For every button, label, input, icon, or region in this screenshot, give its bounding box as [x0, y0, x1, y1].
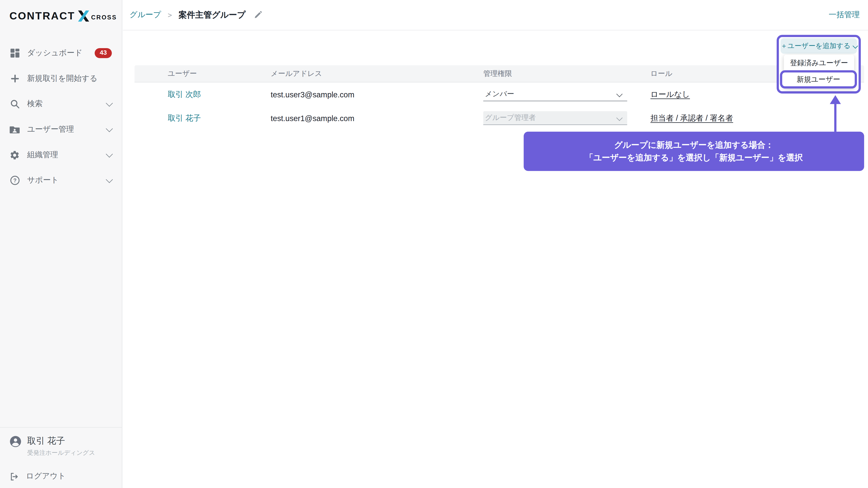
permission-select[interactable]: メンバー [483, 88, 627, 101]
sidebar-item-user-management[interactable]: ユーザー管理 [0, 117, 122, 142]
search-icon [9, 99, 20, 109]
user-name-link[interactable]: 取引 次郎 [134, 90, 271, 99]
menu-item-registered-user[interactable]: 登録済みユーザー [784, 55, 854, 71]
logo-text-cross: CROSS [91, 14, 117, 20]
plus-icon [9, 73, 20, 84]
app-logo[interactable]: CONTRACT CROSS [0, 0, 122, 31]
add-user-button-label: ＋ユーザーを追加する [780, 41, 850, 51]
column-header-email: メールアドレス [271, 69, 483, 78]
edit-group-name-button[interactable] [253, 11, 262, 20]
breadcrumb-groups-link[interactable]: グループ [129, 10, 161, 20]
user-folder-icon [9, 124, 20, 135]
sidebar-item-label: 新規取引を開始する [27, 74, 97, 84]
sidebar-item-new-transaction[interactable]: 新規取引を開始する [0, 66, 122, 91]
sidebar-item-support[interactable]: ? サポート [0, 168, 122, 193]
sidebar-item-label: ユーザー管理 [27, 125, 74, 134]
logo-text-contract: CONTRACT [9, 10, 75, 22]
annotation-tooltip: グループに新規ユーザーを追加する場合： 「ユーザーを追加する」を選択し「新規ユー… [524, 132, 864, 171]
app-root: CONTRACT CROSS ダッシュボード [0, 0, 868, 488]
avatar [9, 435, 22, 448]
roles-link[interactable]: 担当者 / 承認者 / 署名者 [651, 113, 864, 123]
current-user-org: 受発注ホールディングス [27, 449, 95, 457]
breadcrumb: グループ > 案件主管グループ [129, 10, 262, 20]
sidebar-item-dashboard[interactable]: ダッシュボード 43 [0, 40, 122, 66]
sidebar-item-label: サポート [27, 175, 59, 185]
gear-icon [9, 150, 20, 160]
table-row: 取引 次郎 test.user3@sample.com メンバー ロールなし [134, 83, 864, 106]
chevron-down-icon [616, 91, 623, 97]
current-user-name: 取引 花子 [27, 435, 95, 447]
logout-icon [9, 472, 19, 481]
page-title: 案件主管グループ [179, 10, 246, 20]
sidebar-item-label: ダッシュボード [27, 48, 83, 58]
svg-text:?: ? [13, 177, 16, 184]
annotation-arrow-shaft [834, 103, 837, 132]
column-header-permission: 管理権限 [483, 69, 651, 78]
chevron-down-icon [106, 176, 113, 183]
menu-item-new-user[interactable]: 新規ユーザー [797, 72, 840, 86]
tooltip-line-2: 「ユーザーを追加する」を選択し「新規ユーザー」を選択 [585, 152, 803, 163]
chevron-down-icon [106, 99, 113, 106]
notification-badge: 43 [95, 48, 112, 58]
chevron-down-icon [616, 115, 623, 121]
breadcrumb-separator: > [168, 11, 172, 19]
sidebar-nav: ダッシュボード 43 新規取引を開始する [0, 40, 122, 193]
sidebar-item-label: 検索 [27, 99, 43, 109]
sidebar-item-search[interactable]: 検索 [0, 91, 122, 117]
pencil-icon [253, 11, 262, 20]
permission-select-value: メンバー [483, 89, 514, 99]
bulk-manage-link[interactable]: 一括管理 [829, 10, 860, 20]
sidebar-item-organization[interactable]: 組織管理 [0, 142, 122, 168]
table-row: 取引 花子 test.user1@sample.com グループ管理者 担当者 … [134, 106, 864, 130]
sidebar-footer: 取引 花子 受発注ホールディングス ログアウト [0, 427, 122, 488]
user-email: test.user1@sample.com [271, 113, 483, 123]
topbar: グループ > 案件主管グループ 一括管理 [123, 0, 868, 31]
sidebar: CONTRACT CROSS ダッシュボード [0, 0, 122, 488]
permission-select-disabled: グループ管理者 [483, 111, 627, 125]
dashboard-icon [9, 48, 20, 59]
logo-x-icon [76, 9, 90, 23]
annotation-highlight-inner-ring: 新規ユーザー [780, 70, 857, 89]
chevron-down-icon [106, 125, 113, 132]
help-icon: ? [9, 175, 20, 186]
group-members-table: ユーザー メールアドレス 管理権限 ロール 取引 次郎 test.user3@s… [134, 65, 864, 130]
permission-select-value: グループ管理者 [483, 113, 536, 123]
tooltip-line-1: グループに新規ユーザーを追加する場合： [614, 139, 774, 151]
current-user: 取引 花子 受発注ホールディングス [0, 435, 122, 457]
user-name-link[interactable]: 取引 花子 [134, 113, 271, 123]
column-header-user: ユーザー [134, 69, 271, 78]
sidebar-item-label: 組織管理 [27, 150, 58, 160]
table-header-row: ユーザー メールアドレス 管理権限 ロール [134, 65, 864, 83]
chevron-down-icon [106, 150, 113, 157]
user-email: test.user3@sample.com [271, 90, 483, 99]
logout-label: ログアウト [26, 471, 66, 482]
add-user-button[interactable]: ＋ユーザーを追加する [780, 38, 857, 54]
logout-button[interactable]: ログアウト [0, 471, 122, 482]
